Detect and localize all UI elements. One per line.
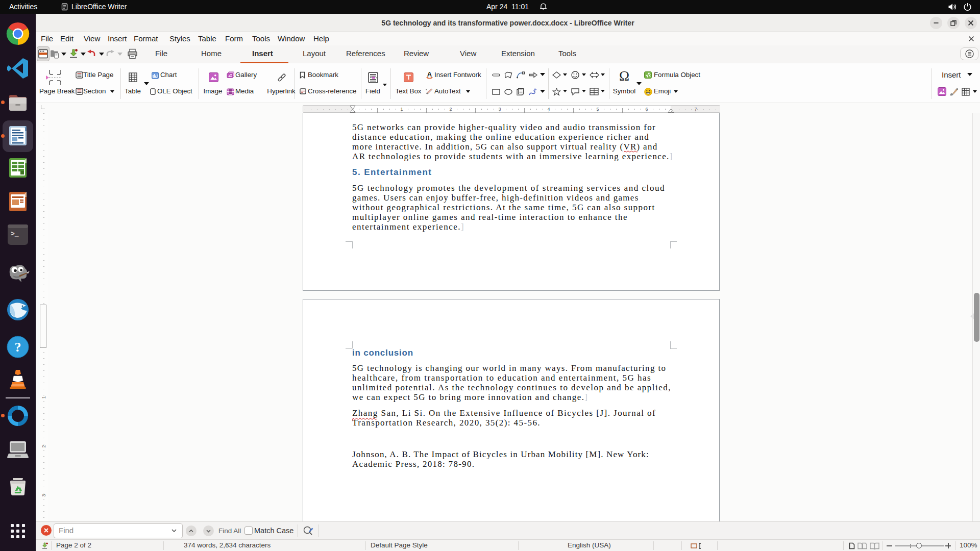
svg-text:?: ? bbox=[15, 340, 21, 355]
svg-text:A: A bbox=[427, 70, 432, 78]
svg-text:>_: >_ bbox=[11, 230, 19, 238]
